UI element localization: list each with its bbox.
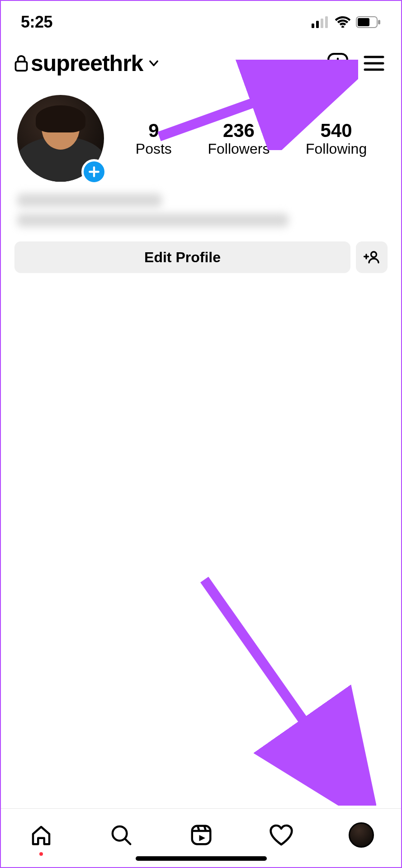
add-story-icon[interactable] <box>81 159 107 184</box>
notification-dot <box>39 852 43 856</box>
bio-line-redacted <box>17 193 162 207</box>
svg-rect-21 <box>192 826 210 844</box>
profile-avatar-icon <box>349 822 374 848</box>
posts-label: Posts <box>136 141 172 157</box>
username-switcher[interactable]: supreethrk <box>31 50 143 76</box>
create-post-button[interactable] <box>324 50 351 77</box>
posts-count: 9 <box>136 120 172 142</box>
nav-activity[interactable] <box>263 817 299 853</box>
reels-icon <box>189 823 213 847</box>
nav-profile[interactable] <box>343 817 379 853</box>
status-icons <box>312 16 381 28</box>
cellular-icon <box>312 16 330 28</box>
battery-icon <box>356 16 381 28</box>
posts-stat[interactable]: 9 Posts <box>136 120 172 157</box>
followers-label: Followers <box>208 141 270 157</box>
chevron-down-icon[interactable] <box>147 57 160 70</box>
svg-rect-7 <box>16 61 27 71</box>
svg-rect-5 <box>358 18 369 26</box>
lock-icon <box>14 55 28 72</box>
profile-avatar[interactable] <box>17 95 104 182</box>
home-indicator <box>136 856 267 861</box>
followers-count: 236 <box>208 120 270 142</box>
svg-rect-3 <box>325 16 328 28</box>
status-time: 5:25 <box>21 13 52 32</box>
following-label: Following <box>306 141 367 157</box>
heart-icon <box>269 822 294 848</box>
search-icon <box>109 823 133 847</box>
svg-rect-6 <box>378 20 380 24</box>
svg-rect-1 <box>316 21 319 28</box>
profile-info-row: 9 Posts 236 Followers 540 Following <box>1 81 401 182</box>
nav-reels[interactable] <box>183 817 219 853</box>
profile-actions-row: Edit Profile <box>1 231 401 273</box>
following-stat[interactable]: 540 Following <box>306 120 367 157</box>
hamburger-menu-button[interactable] <box>360 50 388 77</box>
annotation-arrow-bottom <box>195 571 376 806</box>
following-count: 540 <box>306 120 367 142</box>
edit-profile-button[interactable]: Edit Profile <box>14 241 350 273</box>
svg-rect-0 <box>312 24 314 28</box>
svg-line-20 <box>125 839 130 844</box>
followers-stat[interactable]: 236 Followers <box>208 120 270 157</box>
svg-line-26 <box>204 580 354 792</box>
svg-point-16 <box>371 252 377 257</box>
profile-bio <box>1 182 401 231</box>
discover-people-button[interactable] <box>356 241 388 273</box>
nav-search[interactable] <box>103 817 139 853</box>
profile-header: supreethrk <box>1 37 401 81</box>
bio-line-redacted <box>17 213 288 227</box>
home-icon <box>29 823 53 847</box>
status-bar: 5:25 <box>1 1 401 37</box>
nav-home[interactable] <box>23 817 59 853</box>
profile-stats: 9 Posts 236 Followers 540 Following <box>118 120 385 157</box>
wifi-icon <box>334 16 351 28</box>
svg-rect-2 <box>321 19 323 28</box>
